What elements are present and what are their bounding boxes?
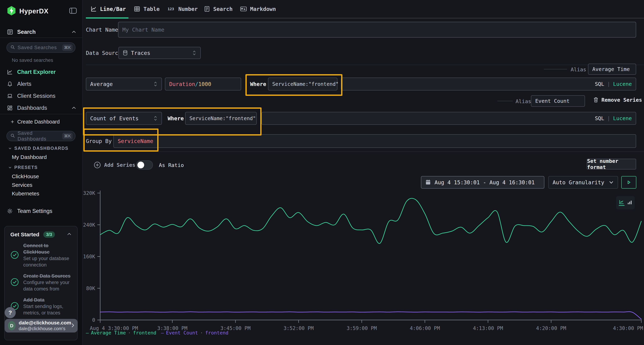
series1-alias-input[interactable]: Average Time xyxy=(588,64,636,75)
progress-badge: 3/3 xyxy=(43,231,55,238)
tab-line-bar[interactable]: Line/Bar xyxy=(90,0,126,18)
set-number-format-button[interactable]: Set number format xyxy=(587,159,636,169)
series1-field-input[interactable]: Duration/1000 xyxy=(165,78,241,90)
sidebar-item-alerts[interactable]: Alerts xyxy=(0,79,82,89)
sidebar-section-search[interactable]: Search xyxy=(0,27,82,37)
tab-markdown[interactable]: Markdown xyxy=(240,0,276,18)
svg-text:123: 123 xyxy=(168,7,174,11)
user-account-chip[interactable]: D dale@clickhouse.com dale@clickhouse.co… xyxy=(5,319,78,333)
no-saved-searches-text: No saved searches xyxy=(12,57,53,63)
as-ratio-toggle[interactable] xyxy=(136,160,153,170)
saved-searches-input[interactable]: Saved Searches ⌘K xyxy=(6,42,76,53)
chart-legend: — Average Time · frontend — Event Count … xyxy=(86,330,228,336)
group-by-label: Group By xyxy=(86,134,112,148)
alias-label: Alias xyxy=(516,98,531,104)
tab-table[interactable]: Table xyxy=(134,0,160,18)
timeseries-chart[interactable]: 320K240K160K80K0Aug 4 3:30:00 PM3:38:00 … xyxy=(82,184,644,345)
legend-item-event-count[interactable]: — Event Count · frontend xyxy=(161,330,228,336)
sidebar-item-services[interactable]: Services xyxy=(12,182,32,188)
sidebar-item-clickhouse[interactable]: ClickHouse xyxy=(12,173,39,179)
bell-icon xyxy=(7,81,13,87)
sidebar-item-kubernetes[interactable]: Kubernetes xyxy=(12,191,39,197)
sidebar-item-client-sessions[interactable]: Client Sessions xyxy=(0,91,82,101)
step-title: Create Data Sources xyxy=(23,273,70,279)
step-description: Configure where your data comes from xyxy=(23,280,70,292)
add-series-label: Add Series xyxy=(104,162,136,168)
series1-where-input[interactable]: ServiceName:"frontend" xyxy=(268,78,338,90)
line-chart-icon xyxy=(7,69,13,75)
get-started-step-add-data[interactable]: Add Data Start sending logs, metrics, or… xyxy=(10,297,72,316)
user-email: dale@clickhouse.com xyxy=(19,320,71,326)
sidebar-item-label: Dashboards xyxy=(17,105,47,111)
section-presets[interactable]: PRESETS xyxy=(8,165,38,170)
svg-text:0: 0 xyxy=(92,317,95,323)
select-updown-icon xyxy=(153,115,158,121)
collapse-sidebar-icon[interactable] xyxy=(69,7,77,15)
series1-query-editor[interactable]: SQL | Lucene xyxy=(341,78,636,90)
alias-connector-line xyxy=(497,101,513,101)
sidebar-item-dashboards[interactable]: Dashboards xyxy=(0,103,82,113)
get-started-title: Get Started xyxy=(10,232,39,238)
legend-series-name: Average Time xyxy=(91,330,126,336)
chevron-down-icon xyxy=(609,181,614,184)
get-started-step-sources[interactable]: Create Data Sources Configure where your… xyxy=(10,273,72,292)
create-dashboard-button[interactable]: + Create Dashboard xyxy=(0,117,82,126)
sidebar-item-chart-explorer[interactable]: Chart Explorer xyxy=(0,67,82,77)
series2-query-editor[interactable]: SQL | Lucene xyxy=(262,112,636,125)
series2-where-input[interactable]: ServiceName:"frontend" xyxy=(185,112,257,125)
hyperdx-chart-explorer: HyperDX Search Saved Searches ⌘K No save… xyxy=(0,0,644,345)
search-icon xyxy=(10,133,15,139)
sidebar-item-team-settings[interactable]: Team Settings xyxy=(0,206,82,216)
active-tab-indicator xyxy=(86,17,128,18)
data-source-label: Data Source xyxy=(86,47,122,59)
saved-dashboards-input[interactable]: Saved Dashboards ⌘K xyxy=(6,131,76,141)
svg-text:4:06:00 PM: 4:06:00 PM xyxy=(410,325,440,331)
gear-icon xyxy=(7,208,13,214)
svg-text:4:30:00 PM: 4:30:00 PM xyxy=(613,325,643,331)
svg-text:80K: 80K xyxy=(86,286,95,291)
tab-number[interactable]: 123 Number xyxy=(167,0,198,18)
section-saved-dashboards[interactable]: SAVED DASHBOARDS xyxy=(8,146,68,151)
svg-text:160K: 160K xyxy=(83,254,95,260)
lucene-toggle[interactable]: Lucene xyxy=(613,81,632,87)
sidebar-item-label: Client Sessions xyxy=(17,93,56,99)
step-description: Set up your database connection xyxy=(23,256,69,268)
legend-dash: — xyxy=(86,330,89,336)
trash-icon xyxy=(593,97,598,103)
language-divider: | xyxy=(607,115,610,121)
tab-search[interactable]: Search xyxy=(204,0,232,18)
help-button[interactable]: ? xyxy=(5,307,16,318)
series1-aggregation-select[interactable]: Average xyxy=(86,78,162,90)
lucene-toggle[interactable]: Lucene xyxy=(613,115,632,121)
group-by-input[interactable]: ServiceName xyxy=(114,134,636,148)
select-updown-icon xyxy=(153,81,158,87)
series2-aggregation-select[interactable]: Count of Events xyxy=(86,112,162,125)
remove-series-button[interactable]: Remove Series xyxy=(593,97,642,103)
svg-text:320K: 320K xyxy=(83,190,95,196)
sidebar-item-my-dashboard[interactable]: My Dashboard xyxy=(12,154,47,160)
get-started-step-connect[interactable]: Connect to ClickHouse Set up your databa… xyxy=(10,242,72,268)
sql-toggle[interactable]: SQL xyxy=(595,81,604,87)
saved-dashboards-placeholder: Saved Dashboards xyxy=(18,130,62,142)
sql-toggle[interactable]: SQL xyxy=(595,115,604,121)
add-series-button[interactable]: Add Series xyxy=(94,161,136,169)
step-description: Start sending logs, metrics, or traces xyxy=(23,304,63,316)
get-started-header[interactable]: Get Started 3/3 xyxy=(10,231,72,238)
svg-text:3:59:00 PM: 3:59:00 PM xyxy=(347,325,377,331)
legend-group-name: frontend xyxy=(205,330,228,336)
language-divider: | xyxy=(607,81,610,87)
alias-label: Alias xyxy=(571,66,586,73)
tab-label: Line/Bar xyxy=(100,6,126,12)
as-ratio-label: As Ratio xyxy=(159,162,184,168)
data-source-value: Traces xyxy=(131,50,150,56)
step-title: Connect to ClickHouse xyxy=(23,243,50,255)
table-icon xyxy=(134,6,140,12)
data-source-select[interactable]: Traces xyxy=(118,47,201,59)
series2-alias-input[interactable]: Event Count xyxy=(531,95,585,107)
database-icon xyxy=(123,50,128,56)
legend-separator: · xyxy=(200,330,203,336)
legend-item-average-time[interactable]: — Average Time · frontend xyxy=(86,330,156,336)
field-operator: / xyxy=(195,81,198,87)
chart-name-input[interactable]: My Chart Name xyxy=(118,22,636,37)
aggregation-value: Count of Events xyxy=(90,115,139,122)
